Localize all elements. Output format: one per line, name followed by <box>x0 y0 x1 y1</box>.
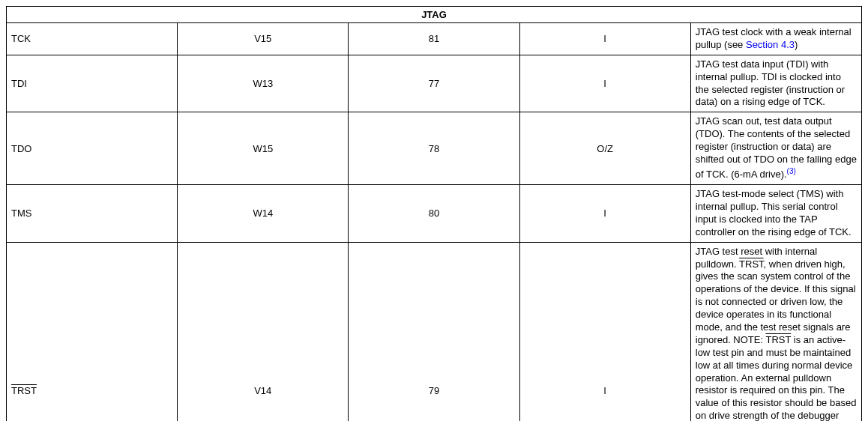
pin-description: JTAG test data input (TDI) with internal… <box>690 55 861 112</box>
desc-text-suffix: ) <box>795 39 798 50</box>
pin-number: 80 <box>349 185 519 243</box>
pin-pkg: W15 <box>178 112 349 185</box>
pin-name-cell: TRST <box>7 242 178 421</box>
pin-name: TDO <box>11 143 31 154</box>
table-row: TDI W13 77 I JTAG test data input (TDI) … <box>7 55 862 112</box>
pin-name: TRST <box>11 385 37 396</box>
desc-text-part: , when driven high, gives the scan syste… <box>696 258 856 345</box>
pin-number: 81 <box>349 23 519 55</box>
pin-name: TMS <box>11 208 31 219</box>
table-row: TDO W15 78 O/Z JTAG scan out, test data … <box>7 112 862 185</box>
pin-number: 78 <box>349 112 519 185</box>
signal-name-overline: TRST <box>765 334 791 345</box>
pin-type: I <box>519 23 690 55</box>
pin-pkg: W14 <box>178 185 349 243</box>
section-header-jtag: JTAG <box>7 7 862 23</box>
pin-type: I <box>519 242 690 421</box>
table-row: TCK V15 81 I JTAG test clock with a weak… <box>7 23 862 55</box>
pin-name: TCK <box>11 33 31 44</box>
pin-type: O/Z <box>519 112 690 185</box>
pin-pkg: V15 <box>178 23 349 55</box>
pin-type: I <box>519 185 690 243</box>
pin-name-cell: TMS <box>7 185 178 243</box>
pin-name-cell: TCK <box>7 23 178 55</box>
pin-name-cell: TDI <box>7 55 178 112</box>
section-header-jtag-text: JTAG <box>7 7 862 23</box>
footnote-link[interactable]: (3) <box>787 167 796 175</box>
table-row: TRST V14 79 I JTAG test reset with inter… <box>7 242 862 421</box>
section-reference-link[interactable]: Section 4.3 <box>746 39 795 50</box>
pin-pkg: V14 <box>178 242 349 421</box>
table-row: TMS W14 80 I JTAG test-mode select (TMS)… <box>7 185 862 243</box>
pin-table: JTAG TCK V15 81 I JTAG test clock with a… <box>6 6 862 421</box>
pin-name: TDI <box>11 78 27 89</box>
desc-text-part: is an active-low test pin and must be ma… <box>696 334 857 421</box>
pin-name-cell: TDO <box>7 112 178 185</box>
pin-description: JTAG test-mode select (TMS) with interna… <box>690 185 861 243</box>
pin-description: JTAG test clock with a weak internal pul… <box>690 23 861 55</box>
pin-description: JTAG scan out, test data output (TDO). T… <box>690 112 861 185</box>
pin-number: 79 <box>349 242 519 421</box>
pin-number: 77 <box>349 55 519 112</box>
desc-text-prefix: JTAG scan out, test data output (TDO). T… <box>696 115 857 180</box>
pin-pkg: W13 <box>178 55 349 112</box>
signal-name-overline: TRST <box>739 258 764 270</box>
pin-type: I <box>519 55 690 112</box>
pin-description: JTAG test reset with internal pulldown. … <box>690 242 861 421</box>
